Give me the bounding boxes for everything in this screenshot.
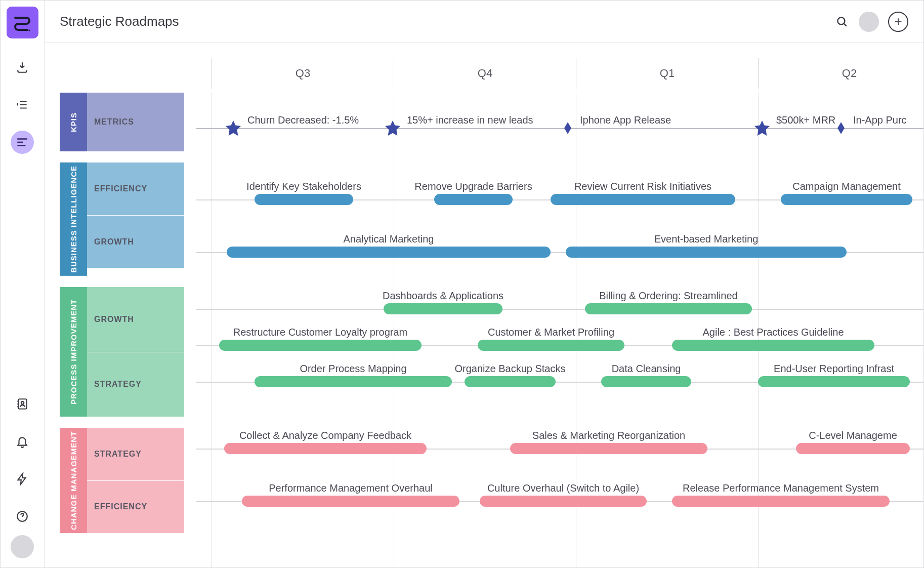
svg-point-0 [28,29,30,31]
lane-label: STRATEGY [87,352,184,417]
milestone-label: Churn Decreased: -1.5% [247,114,359,126]
roadmap-bar[interactable] [478,340,624,351]
milestone[interactable]: $500k+ MRR [753,119,835,139]
timeline-col: Q3 [212,58,394,89]
lane-label: GROWTH [87,215,184,268]
user-avatar[interactable] [859,12,879,32]
milestone-label: In-App Purc [853,114,907,126]
contacts-icon[interactable] [11,392,34,416]
roadmap-bar-label: Analytical Marketing [344,233,434,245]
svg-point-10 [22,519,22,519]
sidebar-avatar[interactable] [11,535,34,558]
roadmap-bar-label: End-User Reporting Infrast [774,363,894,375]
list-icon[interactable] [11,93,34,116]
roadmap-bar[interactable] [796,443,910,454]
roadmap-bar-label: Data Cleansing [612,363,681,375]
roadmap-bar-label: Campaign Management [792,181,900,192]
roadmap-bar-label: Release Performance Management System [683,482,879,494]
milestone[interactable]: Iphone App Release [561,119,671,139]
roadmap-bar[interactable] [758,376,910,387]
import-icon[interactable] [11,56,34,79]
roadmap-bar-label: Agile : Best Practices Guideline [702,327,844,338]
roadmap-bar[interactable] [566,247,847,258]
lane-label: EFFICIENCY [87,163,184,215]
bolt-icon[interactable] [11,467,34,491]
roadmap-canvas: Q3 Q4 Q1 Q2 KPIS METRICS BUSINESS INTELL… [45,43,923,567]
roadmap-bar-label: C-Level Manageme [809,430,897,441]
roadmap-bar[interactable] [465,376,556,387]
roadmap-bar-label: Dashboards & Applications [383,290,503,302]
roadmap-bar[interactable] [672,340,874,351]
category-label: KPIS [60,93,87,151]
roadmap-bar-label: Review Current Risk Initiatives [574,181,711,192]
milestone[interactable]: Churn Decreased: -1.5% [224,119,359,139]
roadmap-bar[interactable] [781,194,912,205]
roadmap-bar[interactable] [601,376,691,387]
category-label: CHANGE MANAGEMENT [60,428,87,533]
svg-line-12 [844,23,846,26]
add-button[interactable]: + [888,12,908,32]
roadmap-bar-label: Event-based Marketing [654,233,759,245]
milestone[interactable]: In-App Purc [834,119,907,139]
left-sidebar [1,1,45,567]
roadmap-bar[interactable] [551,194,735,205]
milestone-label: Iphone App Release [580,114,671,126]
page-title: Strategic Roadmaps [60,14,179,29]
diamond-icon [561,119,575,139]
roadmap-bar[interactable] [384,303,502,314]
milestone[interactable]: 15%+ increase in new leads [384,119,533,139]
roadmap-bar[interactable] [219,340,422,351]
lane-area: Churn Decreased: -1.5%15%+ increase in n… [196,93,923,567]
roadmap-bar[interactable] [255,376,452,387]
star-icon [224,119,242,139]
roadmap-bar-label: Organize Backup Stacks [455,363,566,375]
category-label: BUSINESS INTELLIGENCE [60,163,87,276]
help-icon[interactable] [11,505,34,528]
roadmap-bar-label: Billing & Ordering: Streamlined [599,290,737,302]
milestone-label: $500k+ MRR [776,114,835,126]
app-logo[interactable] [7,7,38,38]
roadmap-bar[interactable] [510,443,707,454]
roadmap-bar[interactable] [434,194,513,205]
header-bar: Strategic Roadmaps + [45,1,923,43]
roadmap-bar-label: Collect & Analyze Company Feedback [239,430,411,441]
roadmap-bar-label: Restructure Customer Loyalty program [233,327,408,338]
bell-icon[interactable] [11,430,34,453]
lane-label: METRICS [87,93,184,151]
timeline-col: Q4 [394,58,576,89]
timeline-headers: Q3 Q4 Q1 Q2 [212,58,923,89]
roadmap-bar[interactable] [242,496,459,507]
roadmap-bar-label: Order Process Mapping [300,363,406,375]
category-label: PROCESS IMPROVEMENT [60,287,87,417]
svg-point-11 [837,17,845,24]
roadmap-bar-label: Identify Key Stakeholders [246,181,361,192]
roadmap-bar-label: Customer & Market Profiling [488,327,614,338]
star-icon [753,119,771,139]
roadmap-bar[interactable] [224,443,427,454]
lane-label: GROWTH [87,287,184,352]
star-icon [384,119,402,139]
roadmap-bar-label: Performance Management Overhaul [269,482,433,494]
roadmap-bar-label: Culture Overhaul (Switch to Agile) [487,482,639,494]
milestone-label: 15%+ increase in new leads [407,114,533,126]
roadmap-bar-label: Sales & Marketing Reorganization [532,430,685,441]
lane-label: STRATEGY [87,428,184,480]
roadmap-bar[interactable] [585,303,752,314]
roadmap-bar[interactable] [255,194,353,205]
diamond-icon [834,119,848,139]
timeline-col: Q1 [576,58,758,89]
roadmap-bar-label: Remove Upgrade Barriers [414,181,532,192]
search-icon[interactable] [834,14,850,29]
roadmap-bar[interactable] [480,496,647,507]
timeline-col: Q2 [758,58,923,89]
roadmap-bar[interactable] [672,496,890,507]
roadmap-bar[interactable] [227,247,551,258]
lane-label: EFFICIENCY [87,480,184,533]
svg-point-5 [21,401,24,404]
roadmap-icon[interactable] [11,131,34,154]
